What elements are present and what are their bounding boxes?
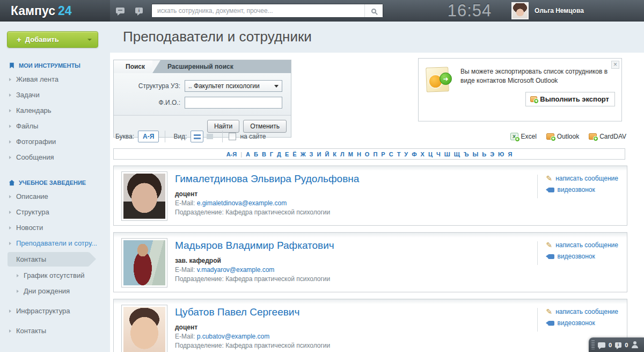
view-list-button[interactable] [191,131,203,142]
alphabet-letter[interactable]: Л [340,151,345,157]
alphabet-letter[interactable]: Й [325,151,329,157]
alphabet-letter[interactable]: З [310,151,313,157]
alphabet-letter[interactable]: Щ [454,151,460,157]
sidebar-item-tasks[interactable]: Задачи [0,87,110,103]
alphabet-letter[interactable]: Ю [498,151,504,157]
sidebar-item-infrastructure[interactable]: Инфраструктура [0,303,110,319]
alphabet-letter[interactable]: Д [277,151,281,157]
sidebar-item-description[interactable]: Описание [0,189,110,204]
logo-number: 24 [58,4,72,18]
alphabet-letter[interactable]: В [262,151,266,157]
sidebar-item-photos[interactable]: Фотографии [0,134,110,149]
alphabet-letter[interactable]: Г [270,151,273,157]
fio-input[interactable] [185,97,282,109]
staff-photo[interactable] [121,238,167,288]
user-name[interactable]: Ольга Немцова [535,0,584,21]
onsite-checkbox[interactable] [229,133,236,140]
close-icon[interactable]: × [611,61,619,69]
sidebar-item-messages[interactable]: Сообщения [0,149,110,165]
video-call-link[interactable]: видеозвонок [546,186,619,193]
avatar[interactable] [511,2,529,19]
arrow-icon [9,156,11,159]
alphabet-letter[interactable]: Ъ [464,151,469,157]
write-message-label: написать сообщение [555,241,618,249]
alphabet-letter[interactable]: Б [254,151,258,157]
video-call-link[interactable]: видеозвонок [546,253,619,260]
tab-search[interactable]: Поиск [114,60,152,73]
export-outlook-link[interactable]: Outlook [546,133,579,140]
messages-icon[interactable] [116,8,125,13]
alphabet-letter[interactable]: О [365,151,370,157]
staff-email-link[interactable]: e.gimaletdinova@example.com [197,199,287,207]
sidebar-section-institution[interactable]: УЧЕБНОЕ ЗАВЕДЕНИЕ [9,179,110,186]
sidebar-item-contacts[interactable]: Контакты [0,323,110,339]
alphabet-letter[interactable]: Ф [412,151,416,157]
notifications-info-icon[interactable]: i [135,8,143,13]
sidebar-item-absence-schedule[interactable]: График отсутствий [0,268,110,283]
alphabet-letter[interactable]: Т [397,151,401,157]
alphabet-letter[interactable]: Я [508,151,512,157]
video-call-link[interactable]: видеозвонок [546,319,619,327]
alphabet-letter[interactable]: Ч [436,151,441,157]
sidebar-item-live-feed[interactable]: Живая лента [0,71,110,87]
run-export-button[interactable]: Выполнить экспорт [525,92,615,106]
write-message-link[interactable]: ✎написать сообщение [546,175,619,182]
staff-email-link[interactable]: v.madyarov@example.com [197,266,275,274]
alphabet-letter[interactable]: А [246,151,250,157]
sidebar: + Добавить МОИ ИНСТРУМЕНТЫ Живая лента З… [0,21,110,352]
alphabet-all-link[interactable]: А-Я [226,151,237,157]
staff-name-link[interactable]: Гималетдинова Эльвира Рудольфовна [175,173,359,185]
alphabet-letter[interactable]: И [317,151,321,157]
drag-handle[interactable] [591,340,595,349]
sidebar-item-files[interactable]: Файлы [0,118,110,134]
sidebar-section-my-tools[interactable]: МОИ ИНСТРУМЕНТЫ [9,62,110,69]
alphabet-letter[interactable]: У [404,151,408,157]
write-message-link[interactable]: ✎написать сообщение [546,308,619,315]
letter-filter-button[interactable]: А-Я [138,131,159,142]
export-excel-link[interactable]: X Excel [510,133,537,140]
alphabet-letter[interactable]: М [348,151,353,157]
alphabet-letter[interactable]: П [373,151,377,157]
sidebar-item-structure[interactable]: Структура [0,204,110,220]
write-message-link[interactable]: ✎написать сообщение [546,241,619,249]
staff-photo[interactable] [121,305,167,352]
app-logo[interactable]: Кампус24 [0,0,110,21]
arrow-icon [17,274,19,277]
alphabet-letter[interactable]: Ш [444,151,450,157]
alphabet-letter[interactable]: Е [285,151,289,157]
sidebar-item-staff[interactable]: Преподаватели и сотру... [0,235,110,251]
staff-name-link[interactable]: Цубатов Павел Сергеевич [175,306,299,318]
pencil-icon: ✎ [546,176,553,181]
alphabet-letter[interactable]: С [389,151,393,157]
tab-advanced-search[interactable]: Расширенный поиск [152,60,243,73]
add-button[interactable]: + Добавить [7,31,98,48]
alphabet-letter[interactable]: Э [490,151,494,157]
alphabet-letter[interactable]: К [333,151,336,157]
export-carddav-link[interactable]: CardDAV [589,133,626,140]
alphabet-letter[interactable]: Ь [482,151,486,157]
alphabet-letter[interactable]: Н [357,151,361,157]
staff-name-link[interactable]: Мадьяров Владимир Рафкатович [175,240,334,252]
chat-icon[interactable] [598,342,605,348]
pencil-icon: ✎ [546,242,553,248]
alphabet-letter[interactable]: Ы [473,151,479,157]
alphabet-letter[interactable]: Ц [428,151,433,157]
sidebar-item-news[interactable]: Новости [0,220,110,235]
sidebar-item-label: Фотографии [16,138,56,146]
alphabet-letter[interactable]: Х [421,151,425,157]
sidebar-item-contacts-active[interactable]: Контакты [8,252,89,267]
global-search-input[interactable] [152,4,364,17]
alphabet-letter[interactable]: Ё [292,151,296,157]
arrow-icon [9,94,11,97]
search-button[interactable] [364,4,383,17]
structure-select[interactable]: .. Факультет психологии [185,80,282,92]
alphabet-letter[interactable]: Р [381,151,385,157]
alphabet-letter[interactable]: Ж [301,151,306,157]
sidebar-item-birthdays[interactable]: Дни рождения [0,283,110,299]
person-icon[interactable] [631,341,638,348]
view-compact-button[interactable] [203,131,216,142]
sidebar-item-calendar[interactable]: Календарь [0,103,110,118]
staff-photo[interactable] [121,171,167,221]
info-icon[interactable]: i [615,342,621,348]
staff-email-link[interactable]: p.cubatov@example.com [197,333,270,340]
